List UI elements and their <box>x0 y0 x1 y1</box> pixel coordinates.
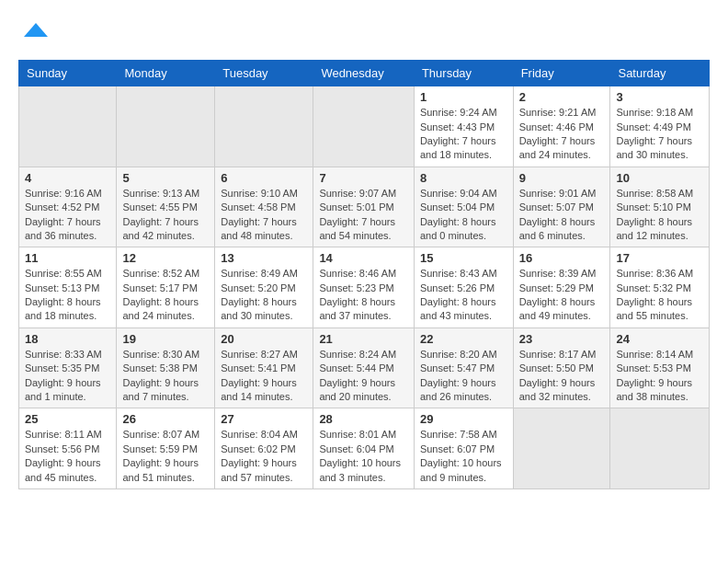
calendar-week-4: 18Sunrise: 8:33 AM Sunset: 5:35 PM Dayli… <box>19 327 710 408</box>
calendar-cell: 4Sunrise: 9:16 AM Sunset: 4:52 PM Daylig… <box>19 167 117 247</box>
day-number: 19 <box>122 332 209 346</box>
day-info: Sunrise: 9:01 AM Sunset: 5:07 PM Dayligh… <box>519 187 605 244</box>
day-info: Sunrise: 9:18 AM Sunset: 4:49 PM Dayligh… <box>616 106 703 163</box>
day-header-tuesday: Tuesday <box>215 61 313 86</box>
day-header-thursday: Thursday <box>414 61 513 86</box>
day-info: Sunrise: 8:55 AM Sunset: 5:13 PM Dayligh… <box>25 267 110 324</box>
day-info: Sunrise: 8:52 AM Sunset: 5:17 PM Dayligh… <box>122 267 209 324</box>
logo <box>18 18 50 51</box>
calendar-cell: 19Sunrise: 8:30 AM Sunset: 5:38 PM Dayli… <box>117 327 215 408</box>
day-number: 18 <box>25 332 110 346</box>
day-number: 11 <box>25 251 110 265</box>
calendar-header-row: SundayMondayTuesdayWednesdayThursdayFrid… <box>19 61 710 86</box>
day-number: 10 <box>616 171 703 185</box>
calendar-cell: 22Sunrise: 8:20 AM Sunset: 5:47 PM Dayli… <box>414 327 513 408</box>
calendar-cell: 13Sunrise: 8:49 AM Sunset: 5:20 PM Dayli… <box>215 247 313 328</box>
day-number: 9 <box>519 171 605 185</box>
calendar-cell: 14Sunrise: 8:46 AM Sunset: 5:23 PM Dayli… <box>313 247 415 328</box>
day-info: Sunrise: 8:17 AM Sunset: 5:50 PM Dayligh… <box>519 348 605 405</box>
calendar-cell <box>19 86 117 167</box>
calendar-cell: 8Sunrise: 9:04 AM Sunset: 5:04 PM Daylig… <box>414 167 513 247</box>
day-number: 8 <box>420 171 507 185</box>
day-number: 24 <box>616 332 703 346</box>
logo-text <box>18 18 50 51</box>
day-info: Sunrise: 8:27 AM Sunset: 5:41 PM Dayligh… <box>221 348 307 405</box>
day-number: 15 <box>420 251 507 265</box>
day-number: 20 <box>221 332 307 346</box>
day-info: Sunrise: 9:10 AM Sunset: 4:58 PM Dayligh… <box>221 187 307 244</box>
calendar-cell: 23Sunrise: 8:17 AM Sunset: 5:50 PM Dayli… <box>513 327 610 408</box>
calendar-cell: 15Sunrise: 8:43 AM Sunset: 5:26 PM Dayli… <box>414 247 513 328</box>
day-info: Sunrise: 9:21 AM Sunset: 4:46 PM Dayligh… <box>519 106 605 163</box>
calendar-cell: 6Sunrise: 9:10 AM Sunset: 4:58 PM Daylig… <box>215 167 313 247</box>
day-info: Sunrise: 8:14 AM Sunset: 5:53 PM Dayligh… <box>616 348 703 405</box>
calendar-week-3: 11Sunrise: 8:55 AM Sunset: 5:13 PM Dayli… <box>19 247 710 328</box>
calendar-cell: 9Sunrise: 9:01 AM Sunset: 5:07 PM Daylig… <box>513 167 610 247</box>
calendar-cell: 11Sunrise: 8:55 AM Sunset: 5:13 PM Dayli… <box>19 247 117 328</box>
calendar-cell: 20Sunrise: 8:27 AM Sunset: 5:41 PM Dayli… <box>215 327 313 408</box>
day-number: 7 <box>319 171 408 185</box>
calendar-cell: 29Sunrise: 7:58 AM Sunset: 6:07 PM Dayli… <box>414 408 513 489</box>
day-info: Sunrise: 8:20 AM Sunset: 5:47 PM Dayligh… <box>420 348 507 405</box>
calendar-week-1: 1Sunrise: 9:24 AM Sunset: 4:43 PM Daylig… <box>19 86 710 167</box>
calendar-cell: 3Sunrise: 9:18 AM Sunset: 4:49 PM Daylig… <box>610 86 710 167</box>
day-info: Sunrise: 8:36 AM Sunset: 5:32 PM Dayligh… <box>616 267 703 324</box>
calendar-cell: 12Sunrise: 8:52 AM Sunset: 5:17 PM Dayli… <box>117 247 215 328</box>
calendar-cell: 21Sunrise: 8:24 AM Sunset: 5:44 PM Dayli… <box>313 327 415 408</box>
day-info: Sunrise: 8:24 AM Sunset: 5:44 PM Dayligh… <box>319 348 408 405</box>
calendar-cell <box>215 86 313 167</box>
day-header-monday: Monday <box>117 61 215 86</box>
calendar-body: 1Sunrise: 9:24 AM Sunset: 4:43 PM Daylig… <box>19 86 710 489</box>
calendar-cell: 17Sunrise: 8:36 AM Sunset: 5:32 PM Dayli… <box>610 247 710 328</box>
day-number: 22 <box>420 332 507 346</box>
day-number: 27 <box>221 412 307 426</box>
day-header-friday: Friday <box>513 61 610 86</box>
calendar-cell: 16Sunrise: 8:39 AM Sunset: 5:29 PM Dayli… <box>513 247 610 328</box>
day-number: 16 <box>519 251 605 265</box>
day-number: 23 <box>519 332 605 346</box>
day-info: Sunrise: 8:11 AM Sunset: 5:56 PM Dayligh… <box>25 428 110 485</box>
day-info: Sunrise: 9:24 AM Sunset: 4:43 PM Dayligh… <box>420 106 507 163</box>
calendar-cell: 25Sunrise: 8:11 AM Sunset: 5:56 PM Dayli… <box>19 408 117 489</box>
day-info: Sunrise: 9:16 AM Sunset: 4:52 PM Dayligh… <box>25 187 110 244</box>
day-header-sunday: Sunday <box>19 61 117 86</box>
calendar-week-5: 25Sunrise: 8:11 AM Sunset: 5:56 PM Dayli… <box>19 408 710 489</box>
calendar-cell: 26Sunrise: 8:07 AM Sunset: 5:59 PM Dayli… <box>117 408 215 489</box>
day-header-wednesday: Wednesday <box>313 61 415 86</box>
day-info: Sunrise: 8:33 AM Sunset: 5:35 PM Dayligh… <box>25 348 110 405</box>
day-number: 12 <box>122 251 209 265</box>
page-header <box>18 18 710 51</box>
day-number: 25 <box>25 412 110 426</box>
day-number: 5 <box>122 171 209 185</box>
day-number: 29 <box>420 412 507 426</box>
calendar-cell: 28Sunrise: 8:01 AM Sunset: 6:04 PM Dayli… <box>313 408 415 489</box>
day-info: Sunrise: 8:30 AM Sunset: 5:38 PM Dayligh… <box>122 348 209 405</box>
day-info: Sunrise: 8:01 AM Sunset: 6:04 PM Dayligh… <box>319 428 408 485</box>
calendar-cell: 27Sunrise: 8:04 AM Sunset: 6:02 PM Dayli… <box>215 408 313 489</box>
day-number: 17 <box>616 251 703 265</box>
calendar-cell: 18Sunrise: 8:33 AM Sunset: 5:35 PM Dayli… <box>19 327 117 408</box>
day-header-saturday: Saturday <box>610 61 710 86</box>
day-number: 21 <box>319 332 408 346</box>
calendar-cell: 1Sunrise: 9:24 AM Sunset: 4:43 PM Daylig… <box>414 86 513 167</box>
calendar-cell: 24Sunrise: 8:14 AM Sunset: 5:53 PM Dayli… <box>610 327 710 408</box>
calendar-cell <box>513 408 610 489</box>
day-info: Sunrise: 9:04 AM Sunset: 5:04 PM Dayligh… <box>420 187 507 244</box>
day-number: 6 <box>221 171 307 185</box>
calendar-cell <box>117 86 215 167</box>
day-number: 13 <box>221 251 307 265</box>
day-number: 2 <box>519 90 605 104</box>
day-info: Sunrise: 8:58 AM Sunset: 5:10 PM Dayligh… <box>616 187 703 244</box>
day-number: 14 <box>319 251 408 265</box>
day-info: Sunrise: 8:04 AM Sunset: 6:02 PM Dayligh… <box>221 428 307 485</box>
day-info: Sunrise: 8:49 AM Sunset: 5:20 PM Dayligh… <box>221 267 307 324</box>
calendar-cell: 5Sunrise: 9:13 AM Sunset: 4:55 PM Daylig… <box>117 167 215 247</box>
day-info: Sunrise: 8:07 AM Sunset: 5:59 PM Dayligh… <box>122 428 209 485</box>
day-number: 28 <box>319 412 408 426</box>
day-info: Sunrise: 9:07 AM Sunset: 5:01 PM Dayligh… <box>319 187 408 244</box>
day-info: Sunrise: 9:13 AM Sunset: 4:55 PM Dayligh… <box>122 187 209 244</box>
day-info: Sunrise: 8:39 AM Sunset: 5:29 PM Dayligh… <box>519 267 605 324</box>
calendar-cell <box>610 408 710 489</box>
day-number: 26 <box>122 412 209 426</box>
day-info: Sunrise: 8:46 AM Sunset: 5:23 PM Dayligh… <box>319 267 408 324</box>
